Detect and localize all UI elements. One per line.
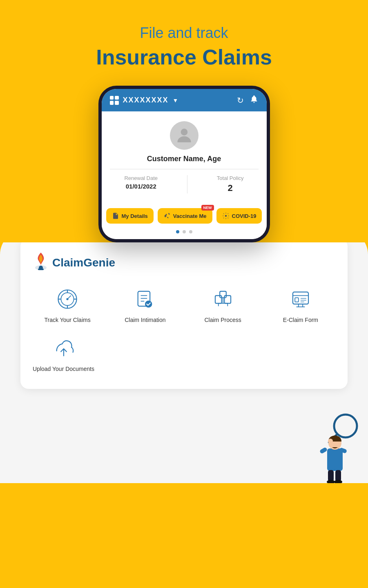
phone-header-right: ↻ bbox=[237, 95, 259, 106]
claim-process-icon bbox=[211, 287, 235, 311]
claim-genie-card: ClaimGenie bbox=[20, 238, 348, 389]
phone-mockup: XXXXXXXX ▼ ↻ bbox=[98, 86, 270, 242]
bottom-white-area: ClaimGenie bbox=[0, 230, 368, 483]
svg-rect-38 bbox=[327, 448, 343, 471]
svg-point-36 bbox=[334, 415, 357, 437]
my-details-label: My Details bbox=[122, 213, 148, 219]
dot-1 bbox=[176, 230, 179, 233]
account-id: XXXXXXXX bbox=[123, 96, 169, 104]
phone-header-left: XXXXXXXX ▼ bbox=[110, 96, 178, 105]
phone-header: XXXXXXXX ▼ ↻ bbox=[102, 89, 267, 111]
phone-container: XXXXXXXX ▼ ↻ bbox=[0, 86, 368, 242]
dot-2 bbox=[183, 230, 186, 233]
profile-card: Customer Name, Age Renewal Date 01/01/20… bbox=[102, 111, 267, 208]
policy-info: Renewal Date 01/01/2022 Total Policy 2 bbox=[110, 175, 259, 193]
svg-point-44 bbox=[327, 480, 335, 483]
vaccinate-me-label: Vaccinate Me bbox=[173, 213, 207, 219]
total-policy-item: Total Policy 2 bbox=[217, 175, 244, 193]
character-illustration bbox=[315, 397, 360, 479]
bell-icon[interactable] bbox=[250, 95, 259, 106]
top-section: File and track Insurance Claims bbox=[0, 0, 368, 69]
policy-count: 2 bbox=[217, 183, 244, 193]
headline-main: Insurance Claims bbox=[16, 45, 352, 69]
claim-process-label: Claim Process bbox=[205, 316, 241, 324]
vaccinate-me-button[interactable]: NEW Vaccinate Me bbox=[158, 208, 212, 224]
grid-icon bbox=[110, 96, 119, 105]
svg-point-45 bbox=[334, 480, 342, 483]
svg-point-18 bbox=[145, 300, 152, 307]
svg-line-13 bbox=[67, 295, 71, 299]
svg-rect-28 bbox=[295, 298, 299, 302]
svg-rect-40 bbox=[319, 447, 328, 454]
track-claims-label: Track Your Claims bbox=[45, 316, 91, 324]
e-claim-form-label: E-Claim Form bbox=[283, 316, 318, 324]
svg-rect-42 bbox=[328, 470, 334, 481]
avatar-container bbox=[110, 121, 259, 150]
logo-area: ClaimGenie bbox=[33, 251, 335, 275]
menu-item-track-claims[interactable]: Track Your Claims bbox=[33, 287, 102, 324]
svg-rect-5 bbox=[38, 268, 44, 270]
avatar bbox=[170, 121, 198, 150]
svg-point-0 bbox=[181, 129, 187, 135]
phone-inner: XXXXXXXX ▼ ↻ bbox=[102, 89, 267, 239]
renewal-date: 01/01/2022 bbox=[124, 183, 158, 190]
chevron-down-icon[interactable]: ▼ bbox=[173, 97, 178, 104]
svg-point-1 bbox=[114, 216, 115, 217]
renewal-label: Renewal Date bbox=[124, 175, 158, 181]
menu-item-claim-process[interactable]: Claim Process bbox=[188, 287, 258, 324]
svg-rect-19 bbox=[215, 295, 222, 303]
claim-intimation-icon bbox=[133, 287, 157, 311]
dot-3 bbox=[189, 230, 192, 233]
customer-name: Customer Name, Age bbox=[110, 155, 259, 163]
logo-icon bbox=[33, 251, 49, 275]
svg-point-2 bbox=[225, 215, 227, 217]
logo-text: ClaimGenie bbox=[52, 256, 115, 269]
svg-rect-21 bbox=[220, 291, 226, 298]
svg-point-46 bbox=[328, 439, 333, 444]
upload-docs-icon bbox=[51, 336, 76, 360]
dots-indicator bbox=[102, 230, 267, 239]
claim-intimation-label: Claim Intimation bbox=[125, 316, 165, 324]
menu-item-e-claim-form[interactable]: E-Claim Form bbox=[266, 287, 335, 324]
page-wrapper: File and track Insurance Claims XXXXXXXX… bbox=[0, 0, 368, 588]
renewal-date-item: Renewal Date 01/01/2022 bbox=[124, 175, 158, 193]
covid19-label: COVID-19 bbox=[232, 213, 256, 219]
menu-grid: Track Your Claims Claim bbox=[33, 287, 335, 324]
covid19-button[interactable]: COVID-19 bbox=[216, 208, 262, 224]
upload-docs-label: Upload Your Documents bbox=[33, 365, 94, 373]
menu-item-claim-intimation[interactable]: Claim Intimation bbox=[110, 287, 180, 324]
my-details-button[interactable]: My Details bbox=[106, 208, 154, 224]
svg-rect-20 bbox=[224, 295, 231, 303]
svg-rect-43 bbox=[335, 470, 341, 481]
refresh-icon[interactable]: ↻ bbox=[237, 95, 244, 105]
headline-sub: File and track bbox=[16, 24, 352, 42]
action-buttons: My Details NEW Vaccinate Me COVID-19 bbox=[102, 208, 267, 230]
divider bbox=[110, 169, 259, 169]
track-claims-icon bbox=[55, 287, 80, 311]
policy-label: Total Policy bbox=[217, 175, 244, 181]
menu-item-upload-docs[interactable]: Upload Your Documents bbox=[33, 336, 94, 373]
e-claim-form-icon bbox=[288, 287, 313, 311]
new-badge: NEW bbox=[201, 205, 214, 211]
menu-row-bottom: Upload Your Documents bbox=[33, 336, 335, 373]
